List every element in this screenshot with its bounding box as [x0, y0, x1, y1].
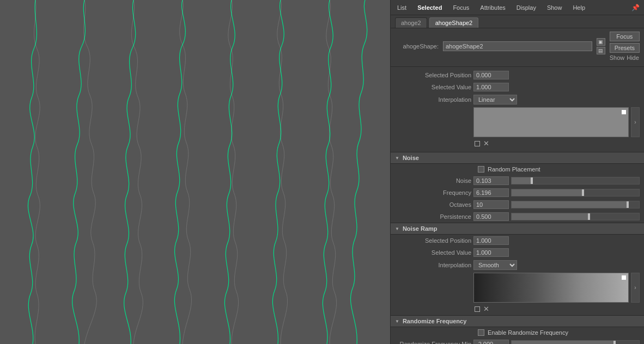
- noise-value-row: Noise: [391, 175, 644, 187]
- persistence-label: Persistence: [395, 213, 471, 220]
- noise-ramp-position-row: Selected Position: [391, 235, 644, 247]
- show-label[interactable]: Show: [610, 54, 625, 61]
- top-ramp-dot: [475, 141, 480, 146]
- menu-bar: List Selected Focus Attributes Display S…: [391, 0, 644, 15]
- noise-ramp-preview-row: ›: [391, 272, 644, 305]
- top-ramp-handle: [622, 110, 626, 114]
- frequency-slider[interactable]: [511, 189, 640, 196]
- top-selected-value-row: Selected Value: [391, 81, 644, 93]
- randomize-freq-section-title: Randomize Frequency: [403, 318, 466, 324]
- noise-ramp-controls: ✕: [391, 305, 644, 315]
- top-selected-position-row: Selected Position: [391, 69, 644, 81]
- expand-icon[interactable]: ▣: [597, 38, 605, 46]
- tabs-bar: ahoge2 ahogeShape2: [391, 15, 644, 28]
- enable-randomize-freq-checkbox[interactable]: [478, 329, 484, 336]
- noise-ramp-preview[interactable]: [473, 273, 629, 303]
- top-interpolation-select[interactable]: Linear Smooth Spline Step: [473, 95, 517, 105]
- random-placement-row: Random Placement: [391, 164, 644, 175]
- random-placement-checkbox[interactable]: [478, 166, 484, 173]
- top-ramp-section: Selected Position Selected Value Interpo…: [391, 67, 644, 152]
- persistence-row: Persistence: [391, 211, 644, 223]
- top-interpolation-row: Interpolation Linear Smooth Spline Step: [391, 93, 644, 106]
- header-icon-group: ▣ ▤: [597, 38, 605, 54]
- frequency-row: Frequency: [391, 187, 644, 199]
- octaves-label: Octaves: [395, 201, 471, 208]
- panel-content[interactable]: Selected Position Selected Value Interpo…: [391, 67, 644, 344]
- noise-ramp-interpolation-label: Interpolation: [395, 262, 471, 268]
- noise-label: Noise: [395, 177, 471, 184]
- randomize-freq-section: ▼ Randomize Frequency Enable Randomize F…: [391, 315, 644, 344]
- menu-show[interactable]: Show: [545, 3, 564, 12]
- menu-help[interactable]: Help: [570, 3, 587, 12]
- noise-ramp-section-title: Noise Ramp: [403, 225, 438, 232]
- randomize-freq-triangle-icon: ▼: [395, 319, 399, 324]
- right-panel: List Selected Focus Attributes Display S…: [390, 0, 644, 344]
- noise-ramp-interpolation-row: Interpolation Linear Smooth Spline Step: [391, 259, 644, 272]
- noise-ramp-interpolation-select[interactable]: Linear Smooth Spline Step: [473, 260, 517, 270]
- enable-randomize-freq-label: Enable Randomize Frequency: [488, 329, 568, 336]
- top-interpolation-label: Interpolation: [395, 96, 471, 103]
- frequency-input[interactable]: [473, 188, 509, 197]
- header-buttons: Focus Presets Show Hide: [610, 32, 640, 61]
- noise-ramp-value-row: Selected Value: [391, 247, 644, 259]
- noise-ramp-position-input[interactable]: [473, 236, 509, 245]
- noise-ramp-section-header[interactable]: ▼ Noise Ramp: [391, 223, 644, 235]
- menu-attributes[interactable]: Attributes: [478, 3, 507, 12]
- noise-section: ▼ Noise Random Placement Noise Frequency: [391, 152, 644, 223]
- menu-selected[interactable]: Selected: [415, 3, 444, 12]
- wavy-lines-display: [0, 0, 390, 344]
- top-selected-value-input[interactable]: [473, 83, 509, 91]
- randomize-freq-section-header[interactable]: ▼ Randomize Frequency: [391, 315, 644, 327]
- noise-ramp-section: ▼ Noise Ramp Selected Position Selected …: [391, 223, 644, 315]
- noise-ramp-position-label: Selected Position: [395, 237, 471, 244]
- hide-label[interactable]: Hide: [627, 54, 639, 61]
- object-name-input[interactable]: [443, 41, 592, 51]
- noise-slider[interactable]: [511, 177, 640, 185]
- randomize-freq-min-row: Randomize Frequency Min: [391, 338, 644, 344]
- random-placement-label: Random Placement: [488, 166, 540, 173]
- show-hide-group: Show Hide: [610, 54, 640, 61]
- randomize-freq-min-slider[interactable]: [511, 340, 640, 344]
- noise-ramp-value-input[interactable]: [473, 248, 509, 257]
- noise-ramp-arrow[interactable]: ›: [631, 273, 640, 303]
- top-selected-value-label: Selected Value: [395, 84, 471, 90]
- noise-value-input[interactable]: [473, 176, 509, 185]
- persistence-input[interactable]: [473, 212, 509, 221]
- collapse-icon[interactable]: ▤: [597, 47, 605, 54]
- noise-section-title: Noise: [403, 155, 419, 161]
- viewport: [0, 0, 390, 344]
- noise-ramp-value-label: Selected Value: [395, 249, 471, 256]
- enable-randomize-freq-row: Enable Randomize Frequency: [391, 327, 644, 338]
- menu-focus[interactable]: Focus: [451, 3, 471, 12]
- noise-section-header[interactable]: ▼ Noise: [391, 152, 644, 164]
- octaves-slider[interactable]: [511, 201, 640, 208]
- top-ramp-close[interactable]: ✕: [483, 139, 489, 148]
- tab-ahoge2[interactable]: ahoge2: [395, 17, 427, 28]
- noise-triangle-icon: ▼: [395, 156, 399, 161]
- top-selected-position-label: Selected Position: [395, 72, 471, 78]
- frequency-label: Frequency: [395, 189, 471, 196]
- top-selected-position-input[interactable]: [473, 71, 509, 79]
- pin-icon: 📌: [631, 4, 640, 11]
- noise-ramp-triangle-icon: ▼: [395, 226, 399, 231]
- presets-button[interactable]: Presets: [610, 43, 640, 53]
- focus-button[interactable]: Focus: [610, 32, 640, 41]
- randomize-freq-min-input[interactable]: [473, 340, 509, 344]
- persistence-slider[interactable]: [511, 213, 640, 220]
- object-header: ahogeShape: ▣ ▤ Focus Presets Show Hide: [391, 28, 644, 67]
- noise-ramp-spacer: [395, 273, 471, 303]
- octaves-row: Octaves: [391, 199, 644, 211]
- noise-ramp-close[interactable]: ✕: [483, 305, 489, 313]
- top-ramp-preview[interactable]: [473, 107, 629, 137]
- top-ramp-preview-row: ›: [391, 106, 644, 139]
- top-ramp-arrow[interactable]: ›: [631, 107, 640, 137]
- menu-list[interactable]: List: [395, 3, 409, 12]
- octaves-input[interactable]: [473, 200, 509, 209]
- menu-display[interactable]: Display: [514, 3, 538, 12]
- top-ramp-spacer: [395, 107, 471, 137]
- tab-ahogeshape2[interactable]: ahogeShape2: [429, 17, 479, 28]
- object-label: ahogeShape:: [395, 43, 439, 50]
- top-ramp-controls: ✕: [391, 139, 644, 150]
- randomize-freq-min-label: Randomize Frequency Min: [395, 341, 471, 344]
- noise-ramp-dot: [475, 306, 480, 312]
